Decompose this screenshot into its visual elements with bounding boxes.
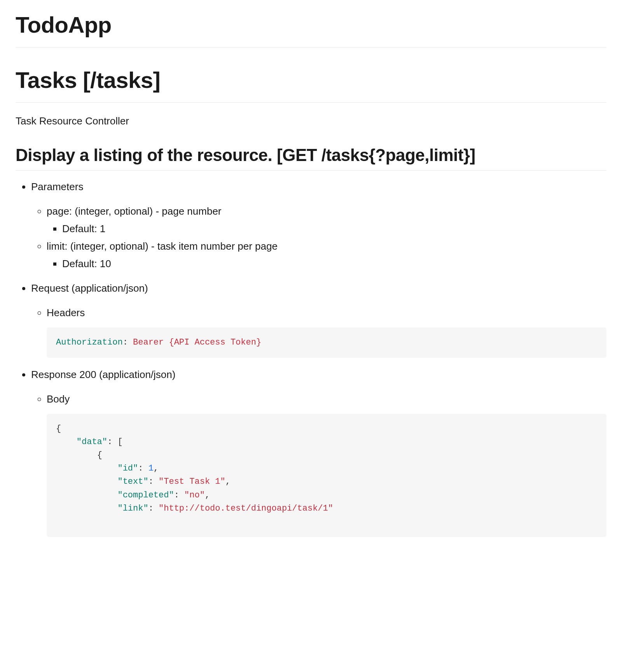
- parameters-item: Parameters page: (integer, optional) - p…: [31, 179, 606, 271]
- header-sep: :: [123, 338, 133, 347]
- parameter-default: Default: 10: [62, 256, 606, 271]
- endpoint-title: Display a listing of the resource. [GET …: [16, 144, 606, 171]
- section-title: Tasks [/tasks]: [16, 63, 606, 103]
- body-label: Body: [47, 393, 70, 405]
- headers-code-block: Authorization: Bearer {API Access Token}: [47, 327, 606, 358]
- parameter-line: page: (integer, optional) - page number: [47, 205, 222, 217]
- endpoint-details-list: Parameters page: (integer, optional) - p…: [16, 179, 606, 537]
- header-value: Bearer {API Access Token}: [133, 338, 261, 347]
- request-label: Request (application/json): [31, 282, 148, 294]
- headers-label: Headers: [47, 307, 85, 318]
- parameters-list: page: (integer, optional) - page number …: [31, 204, 606, 271]
- parameter-item: limit: (integer, optional) - task item n…: [47, 239, 606, 271]
- parameter-default: Default: 1: [62, 221, 606, 236]
- headers-item: Headers Authorization: Bearer {API Acces…: [47, 305, 606, 358]
- body-item: Body { "data": [ { "id": 1, "text": "Tes…: [47, 392, 606, 537]
- app-title: TodoApp: [16, 8, 606, 47]
- parameter-line: limit: (integer, optional) - task item n…: [47, 240, 278, 252]
- header-name: Authorization: [56, 338, 123, 347]
- parameter-item: page: (integer, optional) - page number …: [47, 204, 606, 236]
- section-subtitle: Task Resource Controller: [16, 114, 606, 129]
- body-code-block: { "data": [ { "id": 1, "text": "Test Tas…: [47, 414, 606, 537]
- response-label: Response 200 (application/json): [31, 369, 175, 380]
- parameters-label: Parameters: [31, 181, 83, 192]
- response-item: Response 200 (application/json) Body { "…: [31, 367, 606, 537]
- request-item: Request (application/json) Headers Autho…: [31, 281, 606, 358]
